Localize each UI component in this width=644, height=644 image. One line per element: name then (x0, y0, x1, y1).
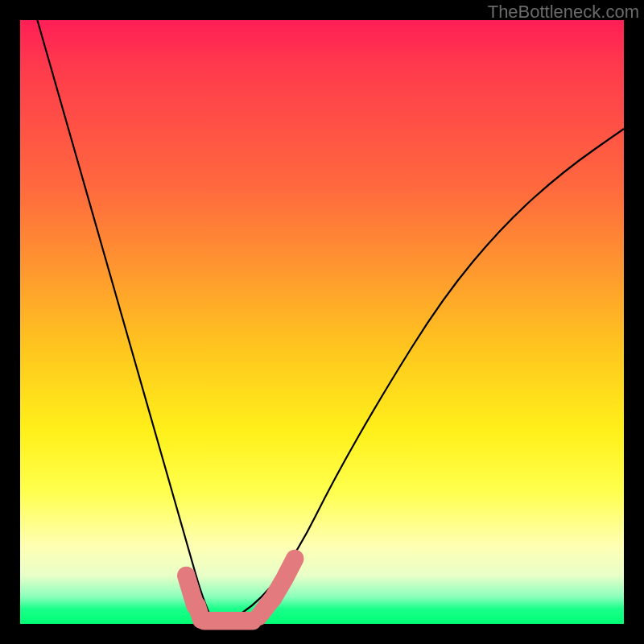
chart-frame: TheBottleneck.com (0, 0, 644, 644)
watermark-text: TheBottleneck.com (488, 2, 639, 23)
pill-markers (186, 559, 295, 621)
bottleneck-curve (20, 0, 624, 624)
svg-line-5 (286, 559, 295, 576)
curve-layer (20, 20, 624, 624)
plot-area (20, 20, 624, 624)
